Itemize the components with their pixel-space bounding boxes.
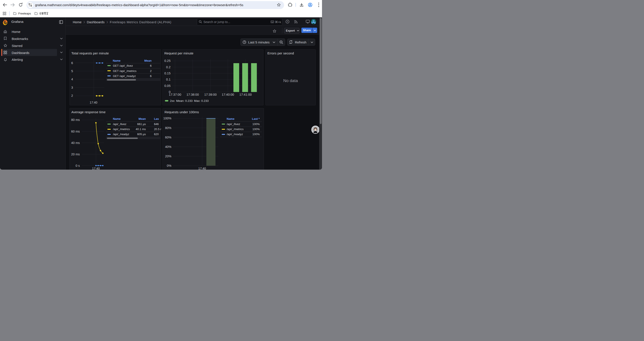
svg-text:?: ?: [287, 21, 288, 23]
